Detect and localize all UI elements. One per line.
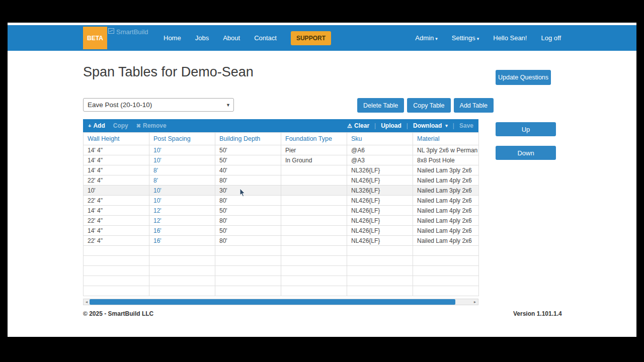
- nav-link-about[interactable]: About: [223, 34, 240, 42]
- nav-link-contact[interactable]: Contact: [254, 34, 277, 42]
- table-cell[interactable]: 80': [215, 216, 281, 226]
- scrollbar-thumb[interactable]: [90, 299, 455, 305]
- support-button[interactable]: SUPPORT: [291, 31, 331, 45]
- table-cell[interactable]: [281, 226, 347, 236]
- table-cell-empty[interactable]: [215, 266, 281, 276]
- table-cell-empty[interactable]: [347, 256, 413, 266]
- table-cell-empty[interactable]: [149, 276, 215, 286]
- table-cell[interactable]: 50': [215, 226, 281, 236]
- table-cell[interactable]: [281, 236, 347, 246]
- nav-link-logoff[interactable]: Log off: [541, 34, 561, 42]
- table-cell-empty[interactable]: [281, 286, 347, 296]
- grid-remove-button[interactable]: ✖ Remove: [136, 122, 167, 129]
- table-cell-empty[interactable]: [149, 246, 215, 256]
- nav-menu-admin[interactable]: Admin▾: [415, 34, 437, 42]
- table-cell[interactable]: 80': [215, 175, 281, 186]
- table-cell[interactable]: 10': [149, 196, 215, 206]
- add-table-button[interactable]: Add Table: [454, 98, 494, 113]
- table-cell[interactable]: Nailed Lam 4ply 2x6: [413, 236, 479, 246]
- update-questions-button[interactable]: Update Questions: [496, 70, 551, 85]
- table-cell[interactable]: 10': [149, 145, 215, 155]
- nav-link-home[interactable]: Home: [164, 34, 181, 42]
- table-cell[interactable]: 14' 4": [84, 226, 149, 236]
- table-row[interactable]: 22' 4"16'80'NL426{LF}Nailed Lam 4ply 2x6: [84, 236, 479, 246]
- table-cell[interactable]: 10': [84, 186, 149, 196]
- table-cell-empty[interactable]: [281, 256, 347, 266]
- table-cell[interactable]: 50': [215, 155, 281, 165]
- table-cell[interactable]: 8x8 Post Hole: [413, 155, 479, 165]
- nav-link-jobs[interactable]: Jobs: [195, 34, 209, 42]
- table-cell-empty[interactable]: [84, 276, 149, 286]
- column-header[interactable]: Foundation Type: [281, 133, 347, 145]
- table-cell[interactable]: 80': [215, 236, 281, 246]
- column-header[interactable]: Sku: [347, 133, 413, 145]
- table-cell-empty[interactable]: [84, 266, 149, 276]
- table-row[interactable]: 22' 4"10'80'NL426{LF}Nailed Lam 4ply 2x6: [84, 196, 479, 206]
- table-cell[interactable]: 14' 4": [84, 206, 149, 216]
- table-row[interactable]: 10'10'30'NL326{LF}Nailed Lam 3ply 2x6: [84, 186, 479, 196]
- table-cell-empty[interactable]: [347, 246, 413, 256]
- table-row-empty[interactable]: [84, 246, 479, 256]
- table-cell[interactable]: 14' 4": [84, 155, 149, 165]
- table-cell-empty[interactable]: [413, 276, 479, 286]
- table-row[interactable]: 14' 4"10'50'Pier@A6NL 3ply 2x6 w Perman …: [84, 145, 479, 155]
- table-cell[interactable]: 12': [149, 206, 215, 216]
- table-cell[interactable]: [281, 206, 347, 216]
- table-row-empty[interactable]: [84, 276, 479, 286]
- table-row[interactable]: 22' 4"12'80'NL426{LF}Nailed Lam 4ply 2x6: [84, 216, 479, 226]
- table-cell[interactable]: NL426{LF}: [347, 196, 413, 206]
- grid-add-button[interactable]: + Add: [88, 122, 105, 129]
- table-cell[interactable]: NL326{LF}: [347, 165, 413, 175]
- horizontal-scrollbar[interactable]: ◄ ►: [83, 299, 478, 305]
- table-cell-empty[interactable]: [281, 276, 347, 286]
- table-cell[interactable]: NL326{LF}: [347, 186, 413, 196]
- table-cell-empty[interactable]: [413, 266, 479, 276]
- table-row[interactable]: 14' 4"12'50'NL426{LF}Nailed Lam 4ply 2x6: [84, 206, 479, 216]
- table-cell[interactable]: Nailed Lam 4ply 2x6: [413, 175, 479, 186]
- table-cell-empty[interactable]: [84, 286, 149, 296]
- down-button[interactable]: Down: [496, 146, 556, 160]
- table-cell[interactable]: Nailed Lam 4ply 2x6: [413, 216, 479, 226]
- table-cell[interactable]: In Ground: [281, 155, 347, 165]
- table-cell[interactable]: 50': [215, 145, 281, 155]
- table-row[interactable]: 14' 4"16'50'NL426{LF}Nailed Lam 4ply 2x6: [84, 226, 479, 236]
- copy-table-button[interactable]: Copy Table: [407, 98, 450, 113]
- table-cell[interactable]: NL426{LF}: [347, 226, 413, 236]
- grid-upload-button[interactable]: Upload: [381, 122, 401, 129]
- table-cell[interactable]: Nailed Lam 4ply 2x6: [413, 226, 479, 236]
- table-cell-empty[interactable]: [215, 286, 281, 296]
- table-row-empty[interactable]: [84, 286, 479, 296]
- table-cell[interactable]: @A6: [347, 145, 413, 155]
- scroll-right-icon[interactable]: ►: [472, 299, 478, 305]
- table-cell-empty[interactable]: [215, 256, 281, 266]
- table-cell-empty[interactable]: [215, 246, 281, 256]
- table-row[interactable]: 22' 4"8'80'NL426{LF}Nailed Lam 4ply 2x6: [84, 175, 479, 186]
- scroll-left-icon[interactable]: ◄: [84, 299, 90, 305]
- table-cell[interactable]: Nailed Lam 3ply 2x6: [413, 165, 479, 175]
- table-row[interactable]: 14' 4"8'40'NL326{LF}Nailed Lam 3ply 2x6: [84, 165, 479, 175]
- table-cell[interactable]: 40': [215, 165, 281, 175]
- span-table-select[interactable]: Eave Post (20-10-10): [83, 98, 234, 112]
- grid-save-button[interactable]: Save: [459, 122, 473, 129]
- table-cell-empty[interactable]: [149, 286, 215, 296]
- column-header[interactable]: Building Depth: [215, 133, 281, 145]
- table-cell[interactable]: 22' 4": [84, 196, 149, 206]
- column-header[interactable]: Post Spacing: [149, 133, 215, 145]
- table-cell-empty[interactable]: [413, 286, 479, 296]
- table-row[interactable]: 14' 4"10'50'In Ground@A38x8 Post Hole: [84, 155, 479, 165]
- nav-greeting[interactable]: Hello Sean!: [493, 34, 527, 42]
- table-cell-empty[interactable]: [149, 256, 215, 266]
- brand-logo[interactable]: SmartBuild: [108, 28, 148, 36]
- table-cell[interactable]: 16': [149, 226, 215, 236]
- grid-clear-button[interactable]: ⚠ Clear: [347, 122, 369, 129]
- table-cell-empty[interactable]: [84, 256, 149, 266]
- table-cell[interactable]: NL426{LF}: [347, 216, 413, 226]
- delete-table-button[interactable]: Delete Table: [357, 98, 404, 113]
- table-cell-empty[interactable]: [413, 256, 479, 266]
- table-cell[interactable]: 14' 4": [84, 145, 149, 155]
- table-cell-empty[interactable]: [149, 266, 215, 276]
- table-cell-empty[interactable]: [281, 266, 347, 276]
- table-cell[interactable]: 80': [215, 196, 281, 206]
- table-cell[interactable]: 12': [149, 216, 215, 226]
- table-cell[interactable]: 8': [149, 165, 215, 175]
